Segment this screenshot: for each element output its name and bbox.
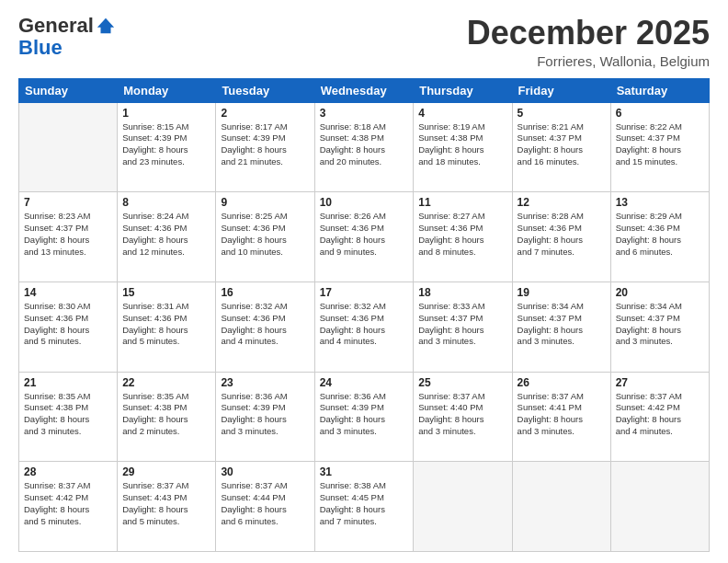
calendar-cell-3-2: 15Sunrise: 8:31 AMSunset: 4:36 PMDayligh… bbox=[118, 282, 216, 372]
day-info: Sunrise: 8:36 AMSunset: 4:39 PMDaylight:… bbox=[320, 391, 409, 438]
calendar-cell-2-4: 10Sunrise: 8:26 AMSunset: 4:36 PMDayligh… bbox=[314, 192, 414, 282]
day-number: 18 bbox=[418, 286, 506, 299]
day-info: Sunrise: 8:37 AMSunset: 4:42 PMDaylight:… bbox=[616, 391, 704, 438]
calendar-week-2: 7Sunrise: 8:23 AMSunset: 4:37 PMDaylight… bbox=[19, 192, 710, 282]
calendar-cell-1-2: 1Sunrise: 8:15 AMSunset: 4:39 PMDaylight… bbox=[118, 102, 216, 192]
day-number: 10 bbox=[320, 196, 409, 209]
logo-blue-text: Blue bbox=[18, 37, 116, 59]
day-info: Sunrise: 8:26 AMSunset: 4:36 PMDaylight:… bbox=[320, 211, 409, 258]
calendar-cell-2-2: 8Sunrise: 8:24 AMSunset: 4:36 PMDaylight… bbox=[118, 192, 216, 282]
day-number: 5 bbox=[518, 107, 606, 120]
day-number: 20 bbox=[616, 286, 704, 299]
day-info: Sunrise: 8:37 AMSunset: 4:42 PMDaylight:… bbox=[24, 480, 112, 527]
day-info: Sunrise: 8:33 AMSunset: 4:37 PMDaylight:… bbox=[418, 301, 506, 348]
calendar-table: SundayMondayTuesdayWednesdayThursdayFrid… bbox=[18, 78, 710, 552]
header: General Blue December 2025 Forrieres, Wa… bbox=[18, 15, 710, 69]
day-number: 6 bbox=[616, 107, 704, 120]
day-number: 25 bbox=[418, 376, 506, 389]
month-title: December 2025 bbox=[467, 15, 710, 52]
day-number: 21 bbox=[24, 376, 112, 389]
calendar-cell-1-7: 6Sunrise: 8:22 AMSunset: 4:37 PMDaylight… bbox=[610, 102, 709, 192]
day-info: Sunrise: 8:25 AMSunset: 4:36 PMDaylight:… bbox=[221, 211, 309, 258]
day-info: Sunrise: 8:29 AMSunset: 4:36 PMDaylight:… bbox=[616, 211, 704, 258]
day-number: 23 bbox=[221, 376, 309, 389]
calendar-cell-3-6: 19Sunrise: 8:34 AMSunset: 4:37 PMDayligh… bbox=[512, 282, 610, 372]
day-number: 9 bbox=[221, 196, 309, 209]
day-number: 29 bbox=[122, 465, 210, 478]
calendar-cell-1-6: 5Sunrise: 8:21 AMSunset: 4:37 PMDaylight… bbox=[512, 102, 610, 192]
day-info: Sunrise: 8:35 AMSunset: 4:38 PMDaylight:… bbox=[122, 391, 210, 438]
day-info: Sunrise: 8:37 AMSunset: 4:43 PMDaylight:… bbox=[122, 480, 210, 527]
day-number: 24 bbox=[320, 376, 409, 389]
day-info: Sunrise: 8:31 AMSunset: 4:36 PMDaylight:… bbox=[122, 301, 210, 348]
day-info: Sunrise: 8:22 AMSunset: 4:37 PMDaylight:… bbox=[616, 121, 704, 168]
calendar-cell-2-5: 11Sunrise: 8:27 AMSunset: 4:36 PMDayligh… bbox=[414, 192, 512, 282]
day-info: Sunrise: 8:37 AMSunset: 4:41 PMDaylight:… bbox=[518, 391, 606, 438]
day-info: Sunrise: 8:30 AMSunset: 4:36 PMDaylight:… bbox=[24, 301, 112, 348]
calendar-week-1: 1Sunrise: 8:15 AMSunset: 4:39 PMDaylight… bbox=[19, 102, 710, 192]
day-number: 4 bbox=[418, 107, 506, 120]
calendar-header-sunday: Sunday bbox=[19, 78, 118, 102]
calendar-header-row: SundayMondayTuesdayWednesdayThursdayFrid… bbox=[19, 78, 710, 102]
day-info: Sunrise: 8:36 AMSunset: 4:39 PMDaylight:… bbox=[221, 391, 309, 438]
day-info: Sunrise: 8:18 AMSunset: 4:38 PMDaylight:… bbox=[320, 121, 409, 168]
logo-icon bbox=[96, 16, 116, 36]
day-info: Sunrise: 8:28 AMSunset: 4:36 PMDaylight:… bbox=[518, 211, 606, 258]
day-number: 1 bbox=[122, 107, 210, 120]
day-number: 8 bbox=[122, 196, 210, 209]
day-info: Sunrise: 8:32 AMSunset: 4:36 PMDaylight:… bbox=[320, 301, 409, 348]
calendar-cell-4-7: 27Sunrise: 8:37 AMSunset: 4:42 PMDayligh… bbox=[610, 372, 709, 462]
calendar-cell-5-6 bbox=[512, 462, 610, 552]
day-info: Sunrise: 8:17 AMSunset: 4:39 PMDaylight:… bbox=[221, 121, 309, 168]
day-number: 7 bbox=[24, 196, 112, 209]
day-number: 11 bbox=[418, 196, 506, 209]
calendar-cell-1-3: 2Sunrise: 8:17 AMSunset: 4:39 PMDaylight… bbox=[216, 102, 314, 192]
day-info: Sunrise: 8:38 AMSunset: 4:45 PMDaylight:… bbox=[320, 480, 409, 527]
calendar-cell-3-4: 17Sunrise: 8:32 AMSunset: 4:36 PMDayligh… bbox=[314, 282, 414, 372]
day-number: 15 bbox=[122, 286, 210, 299]
logo-general-text: General bbox=[18, 15, 94, 37]
day-info: Sunrise: 8:34 AMSunset: 4:37 PMDaylight:… bbox=[518, 301, 606, 348]
calendar-cell-2-1: 7Sunrise: 8:23 AMSunset: 4:37 PMDaylight… bbox=[19, 192, 118, 282]
day-info: Sunrise: 8:15 AMSunset: 4:39 PMDaylight:… bbox=[122, 121, 210, 168]
day-number: 14 bbox=[24, 286, 112, 299]
day-number: 19 bbox=[518, 286, 606, 299]
calendar-cell-3-7: 20Sunrise: 8:34 AMSunset: 4:37 PMDayligh… bbox=[610, 282, 709, 372]
calendar-cell-2-7: 13Sunrise: 8:29 AMSunset: 4:36 PMDayligh… bbox=[610, 192, 709, 282]
calendar-cell-4-1: 21Sunrise: 8:35 AMSunset: 4:38 PMDayligh… bbox=[19, 372, 118, 462]
calendar-cell-2-3: 9Sunrise: 8:25 AMSunset: 4:36 PMDaylight… bbox=[216, 192, 314, 282]
calendar-cell-4-3: 23Sunrise: 8:36 AMSunset: 4:39 PMDayligh… bbox=[216, 372, 314, 462]
calendar-cell-3-3: 16Sunrise: 8:32 AMSunset: 4:36 PMDayligh… bbox=[216, 282, 314, 372]
day-info: Sunrise: 8:23 AMSunset: 4:37 PMDaylight:… bbox=[24, 211, 112, 258]
calendar-cell-1-5: 4Sunrise: 8:19 AMSunset: 4:38 PMDaylight… bbox=[414, 102, 512, 192]
calendar-cell-1-4: 3Sunrise: 8:18 AMSunset: 4:38 PMDaylight… bbox=[314, 102, 414, 192]
calendar-cell-4-4: 24Sunrise: 8:36 AMSunset: 4:39 PMDayligh… bbox=[314, 372, 414, 462]
calendar-week-3: 14Sunrise: 8:30 AMSunset: 4:36 PMDayligh… bbox=[19, 282, 710, 372]
day-number: 30 bbox=[221, 465, 309, 478]
day-number: 28 bbox=[24, 465, 112, 478]
day-info: Sunrise: 8:34 AMSunset: 4:37 PMDaylight:… bbox=[616, 301, 704, 348]
calendar-cell-5-5 bbox=[414, 462, 512, 552]
day-number: 22 bbox=[122, 376, 210, 389]
calendar-cell-3-5: 18Sunrise: 8:33 AMSunset: 4:37 PMDayligh… bbox=[414, 282, 512, 372]
location-title: Forrieres, Wallonia, Belgium bbox=[467, 53, 710, 69]
day-info: Sunrise: 8:27 AMSunset: 4:36 PMDaylight:… bbox=[418, 211, 506, 258]
day-number: 17 bbox=[320, 286, 409, 299]
calendar-header-tuesday: Tuesday bbox=[216, 78, 314, 102]
day-number: 31 bbox=[320, 465, 409, 478]
day-info: Sunrise: 8:37 AMSunset: 4:44 PMDaylight:… bbox=[221, 480, 309, 527]
day-info: Sunrise: 8:24 AMSunset: 4:36 PMDaylight:… bbox=[122, 211, 210, 258]
calendar-cell-5-2: 29Sunrise: 8:37 AMSunset: 4:43 PMDayligh… bbox=[118, 462, 216, 552]
calendar-cell-4-6: 26Sunrise: 8:37 AMSunset: 4:41 PMDayligh… bbox=[512, 372, 610, 462]
day-info: Sunrise: 8:37 AMSunset: 4:40 PMDaylight:… bbox=[418, 391, 506, 438]
calendar-cell-4-5: 25Sunrise: 8:37 AMSunset: 4:40 PMDayligh… bbox=[414, 372, 512, 462]
title-block: December 2025 Forrieres, Wallonia, Belgi… bbox=[467, 15, 710, 69]
calendar-cell-5-3: 30Sunrise: 8:37 AMSunset: 4:44 PMDayligh… bbox=[216, 462, 314, 552]
calendar-header-wednesday: Wednesday bbox=[314, 78, 414, 102]
day-number: 26 bbox=[518, 376, 606, 389]
calendar-cell-5-4: 31Sunrise: 8:38 AMSunset: 4:45 PMDayligh… bbox=[314, 462, 414, 552]
calendar-cell-4-2: 22Sunrise: 8:35 AMSunset: 4:38 PMDayligh… bbox=[118, 372, 216, 462]
day-number: 27 bbox=[616, 376, 704, 389]
calendar-cell-5-7 bbox=[610, 462, 709, 552]
calendar-cell-1-1 bbox=[19, 102, 118, 192]
